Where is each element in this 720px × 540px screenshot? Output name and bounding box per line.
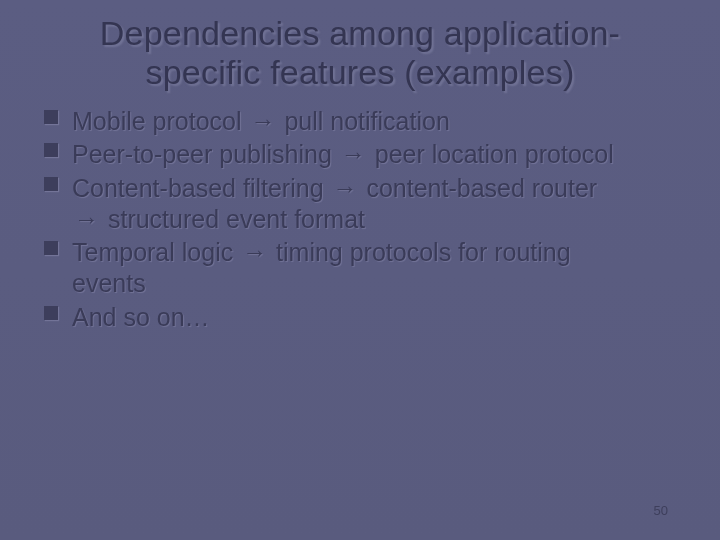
bullet-text-post: content-based router [359, 174, 597, 202]
bullet-text-cont: structured event format [101, 205, 365, 233]
title-line-1: Dependencies among application- [100, 14, 620, 52]
list-item: Content-based filtering → content-based … [72, 173, 680, 236]
arrow-icon: → [330, 173, 359, 204]
square-bullet-icon [44, 110, 58, 124]
arrow-icon: → [339, 139, 368, 170]
bullet-text-pre: Mobile protocol [72, 107, 248, 135]
arrow-icon: → [72, 204, 101, 235]
square-bullet-icon [44, 143, 58, 157]
bullet-text-pre: Content-based filtering [72, 174, 330, 202]
slide: Dependencies among application- specific… [0, 0, 720, 540]
arrow-icon: → [248, 106, 277, 137]
arrow-icon: → [240, 237, 269, 268]
square-bullet-icon [44, 177, 58, 191]
list-item: And so on… [72, 302, 680, 333]
bullet-text-pre: Temporal logic [72, 238, 240, 266]
bullet-text-cont: events [72, 269, 146, 297]
list-item: Mobile protocol → pull notification [72, 106, 680, 137]
bullet-text-post: peer location protocol [368, 140, 614, 168]
bullet-text-post: pull notification [277, 107, 449, 135]
list-item: Peer-to-peer publishing → peer location … [72, 139, 680, 170]
bullet-list: Mobile protocol → pull notification Peer… [0, 106, 720, 333]
square-bullet-icon [44, 306, 58, 320]
slide-title: Dependencies among application- specific… [0, 0, 720, 102]
bullet-text-pre: Peer-to-peer publishing [72, 140, 339, 168]
bullet-text-post: timing protocols for routing [269, 238, 571, 266]
title-line-2: specific features (examples) [146, 53, 575, 91]
square-bullet-icon [44, 241, 58, 255]
bullet-text-pre: And so on… [72, 303, 210, 331]
list-item: Temporal logic → timing protocols for ro… [72, 237, 680, 300]
slide-number: 50 [654, 503, 668, 518]
